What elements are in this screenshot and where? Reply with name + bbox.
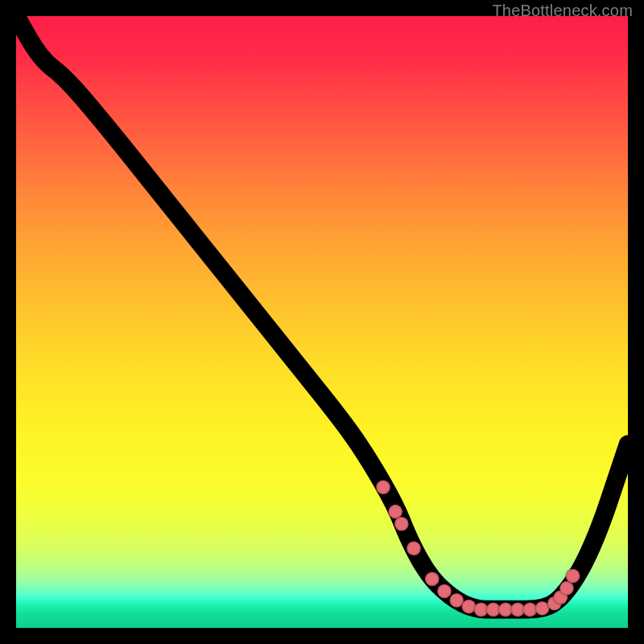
bottleneck-curve-path [16,16,628,609]
plot-area [16,16,628,628]
highlight-dot [437,584,451,598]
highlight-dot [566,569,580,583]
curve-svg [16,16,628,628]
highlight-dot [394,517,408,530]
highlight-dot [407,541,420,555]
highlight-dot [376,480,390,493]
highlight-dot [425,572,439,585]
chart-stage: TheBottleneck.com [0,0,644,644]
